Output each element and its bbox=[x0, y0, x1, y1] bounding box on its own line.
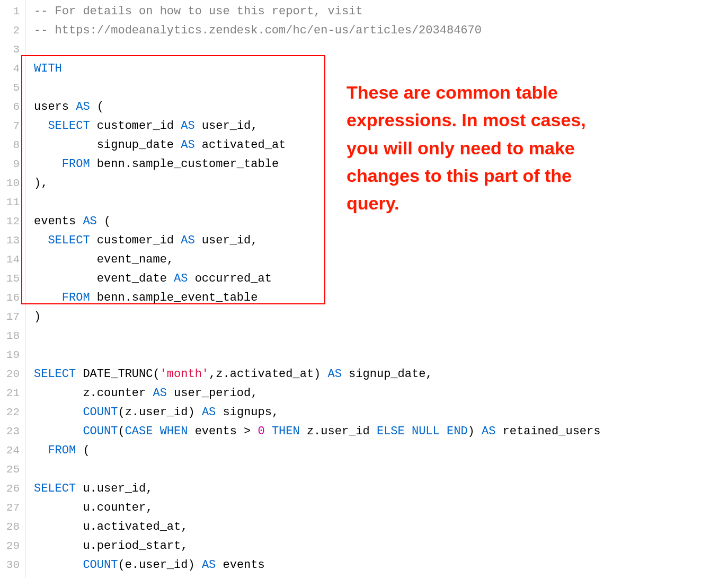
token-keyword: FROM bbox=[62, 157, 90, 171]
token-default: benn.sample_event_table bbox=[90, 291, 258, 304]
line-number: 11 bbox=[0, 193, 25, 212]
token-comment: -- For details on how to use this report… bbox=[34, 5, 363, 18]
token-default bbox=[440, 425, 447, 438]
token-default: DATE_TRUNC( bbox=[76, 367, 159, 381]
code-line[interactable]: WITH bbox=[34, 59, 728, 78]
line-number: 9 bbox=[0, 155, 25, 174]
token-default bbox=[405, 425, 412, 438]
token-default: user_id, bbox=[195, 119, 258, 133]
line-number: 6 bbox=[0, 98, 25, 117]
line-number: 8 bbox=[0, 136, 25, 155]
token-keyword: ELSE bbox=[377, 425, 405, 438]
code-line[interactable] bbox=[34, 460, 728, 479]
token-default: users bbox=[34, 100, 76, 113]
token-default: ) bbox=[34, 310, 41, 323]
token-default: events bbox=[34, 215, 83, 228]
line-number: 5 bbox=[0, 78, 25, 98]
token-keyword: COUNT bbox=[83, 406, 118, 419]
code-line[interactable]: COUNT(e.user_id) AS events bbox=[34, 556, 728, 575]
token-keyword: AS bbox=[181, 138, 194, 152]
annotation-text: These are common table expressions. In m… bbox=[347, 78, 601, 217]
code-line[interactable]: -- https://modeanalytics.zendesk.com/hc/… bbox=[34, 21, 728, 40]
line-number: 27 bbox=[0, 498, 25, 518]
token-default: customer_id bbox=[90, 119, 181, 133]
token-keyword: AS bbox=[202, 558, 216, 572]
token-default bbox=[34, 425, 83, 438]
token-default: ), bbox=[34, 177, 48, 190]
token-default bbox=[34, 444, 48, 457]
code-line[interactable]: COUNT(z.user_id) AS signups, bbox=[34, 403, 728, 422]
code-line[interactable]: COUNT(CASE WHEN events > 0 THEN z.user_i… bbox=[34, 422, 728, 441]
token-default: signup_date, bbox=[342, 367, 433, 381]
token-keyword: FROM bbox=[62, 291, 90, 304]
token-default: event_name, bbox=[34, 253, 174, 266]
token-keyword: AS bbox=[83, 215, 96, 228]
token-default: ( bbox=[97, 215, 111, 228]
code-line[interactable]: u.counter, bbox=[34, 498, 728, 518]
token-keyword: CASE bbox=[125, 425, 153, 438]
code-line[interactable]: event_name, bbox=[34, 250, 728, 269]
token-default: events > bbox=[188, 425, 258, 438]
line-number: 25 bbox=[0, 460, 25, 479]
token-keyword: WHEN bbox=[160, 425, 188, 438]
line-number: 16 bbox=[0, 288, 25, 308]
code-line[interactable]: z.counter AS user_period, bbox=[34, 384, 728, 403]
code-line[interactable]: FROM benn.sample_event_table bbox=[34, 288, 728, 308]
code-line[interactable] bbox=[34, 346, 728, 365]
token-keyword: SELECT bbox=[48, 234, 90, 247]
code-line[interactable]: SELECT DATE_TRUNC('month',z.activated_at… bbox=[34, 365, 728, 384]
token-keyword: FROM bbox=[48, 444, 76, 457]
code-line[interactable]: ) bbox=[34, 308, 728, 327]
code-content-area[interactable]: These are common table expressions. In m… bbox=[25, 0, 728, 578]
token-keyword: AS bbox=[181, 119, 194, 133]
token-default: user_id, bbox=[195, 234, 258, 247]
line-number: 12 bbox=[0, 212, 25, 231]
code-line[interactable]: u.activated_at, bbox=[34, 518, 728, 537]
code-line[interactable]: SELECT customer_id AS user_id, bbox=[34, 231, 728, 250]
line-number: 13 bbox=[0, 231, 25, 250]
token-string: 'month' bbox=[160, 367, 209, 381]
line-number: 20 bbox=[0, 365, 25, 384]
token-default bbox=[265, 425, 272, 438]
token-default: activated_at bbox=[195, 138, 286, 152]
code-line[interactable] bbox=[34, 327, 728, 346]
token-default: z.user_id bbox=[300, 425, 377, 438]
token-default bbox=[153, 425, 159, 438]
line-number: 1 bbox=[0, 2, 25, 21]
code-line[interactable]: SELECT u.user_id, bbox=[34, 479, 728, 498]
token-comment: -- https://modeanalytics.zendesk.com/hc/… bbox=[34, 24, 482, 37]
token-keyword: THEN bbox=[272, 425, 300, 438]
token-keyword: NULL bbox=[412, 425, 440, 438]
token-default: signups, bbox=[216, 406, 279, 419]
code-line[interactable]: u.period_start, bbox=[34, 537, 728, 556]
line-number: 22 bbox=[0, 403, 25, 422]
token-default: u.period_start, bbox=[34, 539, 188, 553]
line-number: 26 bbox=[0, 479, 25, 498]
token-default bbox=[34, 558, 83, 572]
token-number: 0 bbox=[258, 425, 265, 438]
token-default: customer_id bbox=[90, 234, 181, 247]
token-default bbox=[34, 406, 83, 419]
token-default: u.user_id, bbox=[76, 482, 153, 495]
token-default bbox=[34, 119, 48, 133]
token-default: occurred_at bbox=[188, 272, 271, 285]
code-line[interactable] bbox=[34, 40, 728, 59]
line-number-gutter: 1234567891011121314151617181920212223242… bbox=[0, 0, 25, 578]
code-line[interactable]: FROM ( bbox=[34, 441, 728, 460]
token-default: z.counter bbox=[34, 387, 153, 400]
token-default: signup_date bbox=[34, 138, 181, 152]
code-line[interactable]: event_date AS occurred_at bbox=[34, 269, 728, 288]
line-number: 21 bbox=[0, 384, 25, 403]
token-default: (z.user_id) bbox=[118, 406, 201, 419]
token-default: (e.user_id) bbox=[118, 558, 201, 572]
token-default bbox=[34, 291, 62, 304]
line-number: 19 bbox=[0, 346, 25, 365]
code-editor[interactable]: 1234567891011121314151617181920212223242… bbox=[0, 0, 728, 578]
token-default: events bbox=[216, 558, 264, 572]
token-keyword: SELECT bbox=[34, 367, 76, 381]
line-number: 30 bbox=[0, 556, 25, 575]
line-number: 3 bbox=[0, 40, 25, 59]
token-default: ) bbox=[468, 425, 482, 438]
code-line[interactable]: -- For details on how to use this report… bbox=[34, 2, 728, 21]
line-number: 17 bbox=[0, 308, 25, 327]
